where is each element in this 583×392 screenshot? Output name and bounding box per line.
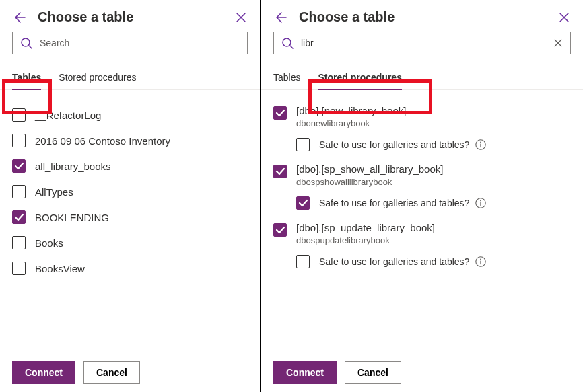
header: Choose a table [261,0,583,32]
search-input[interactable] [301,38,553,48]
footer: Connect Cancel [0,352,260,392]
procedure-row[interactable]: [dbo].[new_library_book] dbonewlibrarybo… [273,105,571,128]
footer: Connect Cancel [261,352,583,392]
table-row[interactable]: BooksView [12,256,254,281]
info-icon[interactable] [475,197,487,209]
procedure-title: [dbo].[sp_show_all_library_book] [296,163,443,175]
table-row[interactable]: __RefactorLog [12,102,254,128]
table-row[interactable]: BOOKLENDING [12,204,254,230]
cancel-button[interactable]: Cancel [83,361,140,384]
procedure-item: [dbo].[sp_update_library_book] dbospupda… [273,219,571,278]
checkbox[interactable] [273,106,287,120]
panel-stored-procedures: Choose a table Tables Stored procedures … [261,0,583,392]
procedure-row[interactable]: [dbo].[sp_show_all_library_book] dbospsh… [273,163,571,187]
tabs: Tables Stored procedures [261,65,583,90]
table-list: __RefactorLog 2016 09 06 Contoso Invento… [0,90,260,352]
table-label: __RefactorLog [35,110,101,121]
checkbox[interactable] [296,196,310,210]
checkbox[interactable] [296,255,310,268]
cancel-button[interactable]: Cancel [345,361,401,384]
tab-stored-procedures[interactable]: Stored procedures [318,65,401,89]
back-icon[interactable] [12,10,27,25]
search-icon [281,36,294,50]
clear-search-icon[interactable] [553,38,563,48]
header: Choose a table [0,0,260,32]
procedure-title: [dbo].[sp_update_library_book] [296,222,435,234]
tabs: Tables Stored procedures [0,65,260,90]
connect-button[interactable]: Connect [12,361,75,384]
tab-tables[interactable]: Tables [273,65,300,89]
close-icon[interactable] [234,11,248,24]
header-title: Choose a table [38,9,234,25]
table-label: BOOKLENDING [35,212,109,223]
procedure-subtitle: dbonewlibrarybook [296,118,406,128]
safe-label: Safe to use for galleries and tables? [319,256,469,267]
checkbox[interactable] [12,210,26,224]
search-input[interactable] [40,38,240,48]
checkbox[interactable] [296,138,310,151]
procedure-item: [dbo].[new_library_book] dbonewlibrarybo… [273,102,571,161]
close-icon[interactable] [557,11,571,24]
safe-option[interactable]: Safe to use for galleries and tables? [273,138,571,151]
checkbox[interactable] [12,159,26,173]
table-label: 2016 09 06 Contoso Inventory [35,135,170,147]
procedure-list: [dbo].[new_library_book] dbonewlibrarybo… [261,90,583,352]
safe-label: Safe to use for galleries and tables? [319,198,469,208]
checkbox[interactable] [273,165,287,178]
procedure-row[interactable]: [dbo].[sp_update_library_book] dbospupda… [273,222,571,245]
procedure-title: [dbo].[new_library_book] [296,105,406,117]
safe-option[interactable]: Safe to use for galleries and tables? [273,255,571,268]
info-icon[interactable] [475,139,487,151]
info-icon[interactable] [475,256,487,268]
search-box [273,32,571,54]
panel-tables: Choose a table Tables Stored procedures … [0,0,260,392]
checkbox[interactable] [273,223,287,237]
checkbox[interactable] [12,134,26,147]
safe-option[interactable]: Safe to use for galleries and tables? [273,196,571,210]
tab-tables[interactable]: Tables [12,65,41,89]
procedure-subtitle: dbospshowalllibrarybook [296,177,443,187]
checkbox[interactable] [12,108,26,122]
table-row[interactable]: all_library_books [12,153,254,179]
search-icon [20,36,33,50]
table-label: all_library_books [35,161,111,172]
connect-button[interactable]: Connect [273,361,337,384]
tab-stored-procedures[interactable]: Stored procedures [59,65,136,89]
search-box [12,32,248,54]
safe-label: Safe to use for galleries and tables? [319,139,469,150]
table-row[interactable]: 2016 09 06 Contoso Inventory [12,128,254,153]
back-icon[interactable] [273,10,288,25]
header-title: Choose a table [299,9,557,25]
table-row[interactable]: AllTypes [12,179,254,204]
procedure-item: [dbo].[sp_show_all_library_book] dbospsh… [273,161,571,219]
checkbox[interactable] [12,236,26,249]
table-label: AllTypes [35,186,73,198]
table-label: Books [35,237,63,249]
checkbox[interactable] [12,185,26,198]
table-label: BooksView [35,263,85,274]
procedure-subtitle: dbospupdatelibrarybook [296,235,435,245]
checkbox[interactable] [12,262,26,275]
table-row[interactable]: Books [12,230,254,256]
